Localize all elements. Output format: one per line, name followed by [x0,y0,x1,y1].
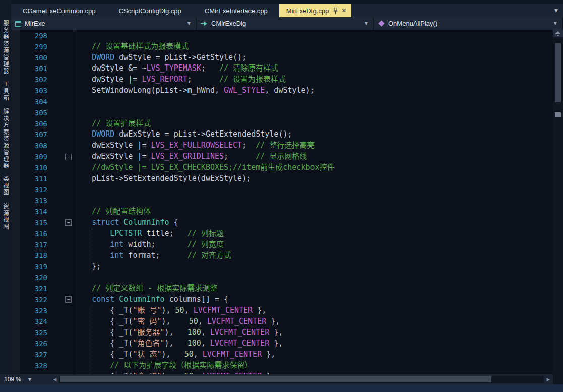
breakpoint-margin[interactable] [11,338,20,349]
code-line[interactable]: { _T("状 态"), 50, LVCFMT_CENTER }, [74,349,275,360]
fold-margin [52,327,74,338]
breakpoint-margin[interactable] [11,272,20,283]
line-number: 301 [20,64,52,73]
code-line[interactable]: dwExStyle |= LVS_EX_GRIDLINES; // 显示网格线 [74,151,307,162]
breakpoint-margin[interactable] [11,118,20,129]
breakpoint-margin[interactable] [11,228,20,239]
breakpoint-margin[interactable] [11,173,20,184]
breakpoint-margin[interactable] [11,162,20,173]
line-number: 307 [20,130,52,139]
breakpoint-margin[interactable] [11,63,20,74]
breakpoint-margin[interactable] [11,30,20,41]
breakpoint-margin[interactable] [11,239,20,250]
side-tool-tab[interactable]: 类视图 [2,176,10,197]
breakpoint-margin[interactable] [11,129,20,140]
code-editor[interactable]: 298299 // 设置基础样式为报表模式300 DWORD dwStyle =… [11,30,553,374]
split-editor-handle[interactable] [553,30,563,37]
code-line[interactable]: DWORD dwStyle = pList->GetStyle(); [74,52,246,63]
breakpoint-margin[interactable] [11,305,20,316]
project-name: MirExe [25,20,45,27]
breakpoint-margin[interactable] [11,261,20,272]
fold-collapse-icon[interactable]: − [65,154,72,160]
tab[interactable]: CGameExeCommon.cpp [11,4,107,17]
project-dropdown[interactable]: MirExe ▼ [11,17,197,30]
code-line[interactable]: // 设置扩展样式 [74,118,151,129]
member-dropdown[interactable]: OnMenuAllPlay() ▼ [374,17,563,30]
code-line[interactable]: // 列配置结构体 [74,206,151,217]
breakpoint-margin[interactable] [11,52,20,63]
horizontal-scrollbar-thumb[interactable] [60,376,491,382]
scroll-right-icon[interactable]: ▶ [544,377,553,382]
code-row: 323 { _T("账 号"), 50, LVCFMT_CENTER }, [11,305,553,316]
code-line[interactable]: struct ColumnInfo { [74,217,178,228]
document-list-dropdown-icon[interactable]: ▼ [549,8,563,13]
fold-margin [52,118,74,129]
close-icon[interactable]: ✕ [341,7,346,14]
fold-margin [52,184,74,195]
zoom-dropdown[interactable]: 109 % ▼ [0,374,50,384]
breakpoint-margin[interactable] [11,195,20,206]
code-line[interactable]: { _T("账 号"), 50, LVCFMT_CENTER }, [74,305,266,316]
code-line[interactable]: dwStyle &= ~LVS_TYPEMASK; // 清除原有样式 [74,63,278,74]
tab[interactable]: CMirExeInterface.cpp [193,4,279,17]
side-tool-tab[interactable]: 工具箱 [2,81,10,102]
code-line[interactable]: dwExStyle |= LVS_EX_FULLROWSELECT; // 整行… [74,140,315,151]
code-line[interactable]: // 列定义数组 - 根据实际需求调整 [74,283,217,294]
breakpoint-margin[interactable] [11,206,20,217]
vertical-scrollbar-track[interactable] [553,37,563,374]
class-dropdown[interactable]: CMirExeDlg ▼ [197,17,374,30]
breakpoint-margin[interactable] [11,217,20,228]
breakpoint-margin[interactable] [11,140,20,151]
code-line[interactable]: int width; // 列宽度 [74,239,224,250]
line-number: 327 [20,351,52,359]
breakpoint-margin[interactable] [11,96,20,107]
breakpoint-margin[interactable] [11,371,20,374]
class-icon [201,21,208,27]
breakpoint-margin[interactable] [11,107,20,118]
breakpoint-margin[interactable] [11,316,20,328]
fold-collapse-icon[interactable]: − [65,219,72,226]
breakpoint-margin[interactable] [11,327,20,338]
breakpoint-margin[interactable] [11,360,20,371]
breakpoint-margin[interactable] [11,151,20,162]
breakpoint-margin[interactable] [11,294,20,305]
vertical-scrollbar[interactable] [553,30,563,374]
code-line[interactable]: pList->SetExtendedStyle(dwExStyle); [74,173,251,184]
code-line[interactable]: //dwStyle |= LVS_EX_CHECKBOXES;//item前生成… [74,162,335,173]
tab-active[interactable]: MirExeDlg.cpp✕ [279,4,352,17]
code-line[interactable]: }; [74,261,101,272]
code-line[interactable]: { _T("金 币"), 50, LVCFMT_CENTER }, [74,371,275,374]
code-line[interactable]: // 设置基础样式为报表模式 [74,41,189,52]
side-tool-tab[interactable]: 资源视图 [2,203,10,230]
code-row: 299 // 设置基础样式为报表模式 [11,41,553,52]
fold-margin: − [52,217,74,228]
scroll-left-icon[interactable]: ◀ [50,377,59,382]
breakpoint-margin[interactable] [11,283,20,294]
fold-collapse-icon[interactable]: − [65,296,72,303]
code-line[interactable]: const ColumnInfo columns[] = { [74,294,228,305]
breakpoint-margin[interactable] [11,41,20,52]
horizontal-scrollbar-track[interactable] [59,376,544,383]
code-line[interactable]: int format; // 对齐方式 [74,250,231,262]
vertical-scrollbar-thumb[interactable] [555,43,561,102]
breakpoint-margin[interactable] [11,74,20,85]
fold-margin [52,250,74,262]
code-line[interactable]: LPCTSTR title; // 列标题 [74,228,224,239]
pin-icon[interactable] [333,8,338,14]
tab-label: CScriptConfigDlg.cpp [119,7,181,15]
breakpoint-margin[interactable] [11,184,20,195]
breakpoint-margin[interactable] [11,250,20,262]
code-line[interactable]: dwStyle |= LVS_REPORT; // 设置为报表样式 [74,74,286,85]
code-line[interactable]: // 以下为扩展字段（根据实际需求保留） [74,360,252,371]
line-number: 317 [20,241,52,249]
side-tool-tab[interactable]: 解决方案资源管理器 [2,108,10,170]
code-line[interactable]: DWORD dwExStyle = pList->GetExtendedStyl… [74,129,292,140]
side-tool-tab[interactable]: 服务器资源管理器 [2,20,10,75]
code-line[interactable]: { _T("服务器"), 100, LVCFMT_CENTER }, [74,327,283,338]
code-line[interactable]: { _T("角色名"), 100, LVCFMT_CENTER }, [74,338,283,349]
code-line[interactable]: { _T("密 码"), 50, LVCFMT_CENTER }, [74,316,280,328]
breakpoint-margin[interactable] [11,85,20,96]
breakpoint-margin[interactable] [11,349,20,360]
code-line[interactable]: SetWindowLong(pList->m_hWnd, GWL_STYLE, … [74,85,315,96]
tab[interactable]: CScriptConfigDlg.cpp [107,4,193,17]
